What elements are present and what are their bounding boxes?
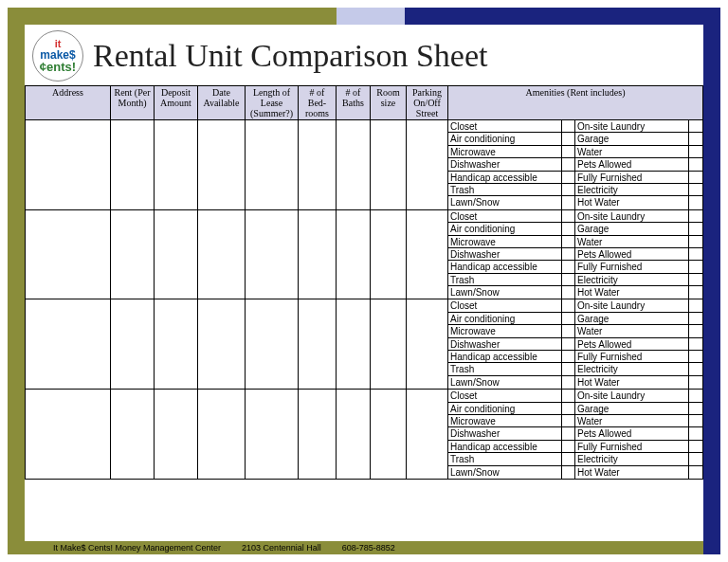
amenity-checkbox[interactable] xyxy=(689,415,702,427)
amenity-checkbox[interactable] xyxy=(562,236,575,248)
blank-cell[interactable] xyxy=(111,299,155,390)
amenity-checkbox[interactable] xyxy=(689,299,702,312)
amenity-checkbox[interactable] xyxy=(689,196,702,208)
amenity-checkbox[interactable] xyxy=(689,184,702,196)
amenity-checkbox[interactable] xyxy=(689,274,702,286)
amenity-checkbox[interactable] xyxy=(562,427,575,440)
blank-cell[interactable] xyxy=(299,390,337,480)
blank-cell[interactable] xyxy=(407,209,448,299)
blank-cell[interactable] xyxy=(26,390,111,480)
blank-cell[interactable] xyxy=(246,390,299,480)
amenity-checkbox[interactable] xyxy=(689,325,702,337)
amenity-checkbox[interactable] xyxy=(689,390,702,402)
amenity-checkbox[interactable] xyxy=(689,403,702,415)
blank-cell[interactable] xyxy=(299,209,337,299)
amenity-label: Air conditioning xyxy=(448,223,562,235)
amenity-checkbox[interactable] xyxy=(562,133,575,145)
amenity-checkbox[interactable] xyxy=(562,441,575,453)
amenity-checkbox[interactable] xyxy=(689,146,702,158)
amenity-checkbox[interactable] xyxy=(689,120,702,133)
amenity-checkbox[interactable] xyxy=(689,338,702,351)
amenity-checkbox[interactable] xyxy=(562,158,575,171)
amenity-checkbox[interactable] xyxy=(562,453,575,465)
amenity-checkbox[interactable] xyxy=(689,441,702,453)
blank-cell[interactable] xyxy=(198,120,246,210)
amenity-checkbox[interactable] xyxy=(562,286,575,299)
amenity-checkbox[interactable] xyxy=(689,453,702,465)
amenity-label: Water xyxy=(575,415,689,427)
amenity-label: Fully Furnished xyxy=(575,441,689,453)
blank-cell[interactable] xyxy=(299,299,337,390)
amenity-checkbox[interactable] xyxy=(689,210,702,223)
blank-cell[interactable] xyxy=(337,120,371,210)
amenity-checkbox[interactable] xyxy=(562,325,575,337)
blank-cell[interactable] xyxy=(26,209,111,299)
amenity-checkbox[interactable] xyxy=(562,248,575,261)
blank-cell[interactable] xyxy=(407,299,448,390)
blank-cell[interactable] xyxy=(299,120,337,210)
amenity-checkbox[interactable] xyxy=(562,261,575,273)
blank-cell[interactable] xyxy=(371,390,407,480)
amenity-checkbox[interactable] xyxy=(562,223,575,235)
blank-cell[interactable] xyxy=(371,299,407,390)
amenity-checkbox[interactable] xyxy=(689,158,702,171)
amenity-checkbox[interactable] xyxy=(562,210,575,223)
amenity-checkbox[interactable] xyxy=(689,313,702,325)
header: it make$ ¢ents! Rental Unit Comparison S… xyxy=(25,25,703,85)
amenity-label: Fully Furnished xyxy=(575,261,689,273)
amenity-checkbox[interactable] xyxy=(689,223,702,235)
amenity-checkbox[interactable] xyxy=(562,120,575,133)
blank-cell[interactable] xyxy=(111,209,155,299)
amenity-checkbox[interactable] xyxy=(562,196,575,208)
blank-cell[interactable] xyxy=(246,209,299,299)
blank-cell[interactable] xyxy=(26,299,111,390)
amenity-checkbox[interactable] xyxy=(562,274,575,286)
amenity-checkbox[interactable] xyxy=(689,248,702,261)
amenity-checkbox[interactable] xyxy=(689,261,702,273)
blank-cell[interactable] xyxy=(337,209,371,299)
blank-cell[interactable] xyxy=(111,120,155,210)
blank-cell[interactable] xyxy=(155,390,198,480)
amenity-checkbox[interactable] xyxy=(689,133,702,145)
amenity-checkbox[interactable] xyxy=(689,427,702,440)
blank-cell[interactable] xyxy=(26,120,111,210)
amenity-checkbox[interactable] xyxy=(689,286,702,299)
blank-cell[interactable] xyxy=(407,390,448,480)
amenity-label: Handicap accessible xyxy=(448,441,562,453)
amenity-checkbox[interactable] xyxy=(689,363,702,375)
amenity-checkbox[interactable] xyxy=(689,376,702,389)
amenity-checkbox[interactable] xyxy=(562,403,575,415)
blank-cell[interactable] xyxy=(337,390,371,480)
blank-cell[interactable] xyxy=(155,209,198,299)
blank-cell[interactable] xyxy=(198,299,246,390)
amenity-checkbox[interactable] xyxy=(562,299,575,312)
amenity-checkbox[interactable] xyxy=(562,146,575,158)
blank-cell[interactable] xyxy=(246,120,299,210)
amenity-checkbox[interactable] xyxy=(562,376,575,389)
blank-cell[interactable] xyxy=(337,299,371,390)
blank-cell[interactable] xyxy=(111,390,155,480)
amenity-checkbox[interactable] xyxy=(562,313,575,325)
blank-cell[interactable] xyxy=(198,390,246,480)
blank-cell[interactable] xyxy=(371,209,407,299)
amenity-label: Electricity xyxy=(575,363,689,375)
blank-cell[interactable] xyxy=(407,120,448,210)
amenity-checkbox[interactable] xyxy=(689,236,702,248)
amenity-label: Air conditioning xyxy=(448,313,562,325)
amenity-checkbox[interactable] xyxy=(689,466,702,479)
amenity-checkbox[interactable] xyxy=(562,466,575,479)
amenity-checkbox[interactable] xyxy=(689,351,702,363)
amenity-checkbox[interactable] xyxy=(562,415,575,427)
amenity-checkbox[interactable] xyxy=(562,184,575,196)
blank-cell[interactable] xyxy=(198,209,246,299)
blank-cell[interactable] xyxy=(246,299,299,390)
amenity-checkbox[interactable] xyxy=(562,390,575,402)
blank-cell[interactable] xyxy=(371,120,407,210)
amenity-checkbox[interactable] xyxy=(689,172,702,184)
blank-cell[interactable] xyxy=(155,120,198,210)
amenity-checkbox[interactable] xyxy=(562,172,575,184)
amenity-checkbox[interactable] xyxy=(562,363,575,375)
amenity-checkbox[interactable] xyxy=(562,338,575,351)
amenity-checkbox[interactable] xyxy=(562,351,575,363)
blank-cell[interactable] xyxy=(155,299,198,390)
